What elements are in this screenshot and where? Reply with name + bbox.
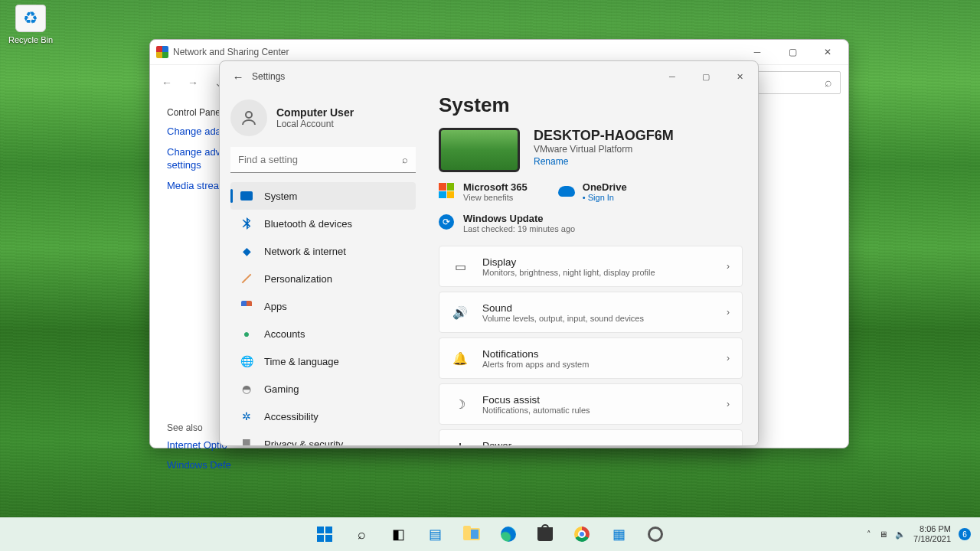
bluetooth-icon — [240, 217, 253, 230]
nav-gaming[interactable]: ◓ Gaming — [230, 375, 416, 403]
settings-back-button[interactable]: ← — [227, 66, 249, 87]
network-icon — [156, 46, 168, 58]
recycle-bin-label: Recycle Bin — [3, 35, 58, 44]
tray-network-icon[interactable]: 🖥 — [879, 530, 887, 539]
rename-link[interactable]: Rename — [534, 156, 674, 167]
search-icon: ⌕ — [402, 154, 408, 165]
sound-icon: 🔊 — [452, 305, 469, 320]
card-power[interactable]: ⏻ PowerSleep, battery usage, battery sav… — [439, 429, 743, 445]
gaming-icon: ◓ — [240, 382, 253, 396]
microsoft-365-tile[interactable]: Microsoft 365 View benefits — [439, 181, 528, 202]
file-explorer-button[interactable] — [456, 520, 487, 548]
accounts-icon: ● — [240, 327, 253, 341]
bell-icon: 🔔 — [452, 351, 469, 366]
chevron-right-icon: › — [727, 353, 730, 364]
nav-personalization[interactable]: Personalization — [230, 265, 416, 292]
nav-time-language[interactable]: 🌐 Time & language — [230, 347, 416, 375]
card-notifications[interactable]: 🔔 NotificationsAlerts from apps and syst… — [439, 337, 743, 379]
svg-point-0 — [246, 112, 252, 118]
shield-icon: ⛊ — [240, 437, 253, 445]
chrome-button[interactable] — [567, 520, 597, 548]
microsoft-logo-icon — [439, 183, 454, 198]
recycle-bin[interactable]: Recycle Bin — [3, 5, 58, 44]
nav-back-button[interactable]: ← — [158, 73, 176, 92]
chevron-right-icon: › — [727, 399, 730, 409]
taskbar-clock[interactable]: 8:06 PM 7/18/2021 — [913, 524, 951, 544]
tray-chevron-icon[interactable]: ˄ — [867, 530, 871, 540]
device-platform: VMware Virtual Platform — [534, 144, 674, 155]
settings-minimize-button[interactable]: ─ — [655, 64, 689, 90]
settings-window: ← Settings ─ ▢ ✕ Computer User Local Acc… — [219, 60, 759, 446]
search-icon: ⌕ — [825, 76, 832, 90]
nav-network[interactable]: ◆ Network & internet — [230, 237, 416, 265]
moon-icon: ☽ — [452, 397, 469, 412]
brush-icon — [240, 272, 253, 285]
accessibility-icon: ✲ — [240, 409, 253, 423]
settings-title: Settings — [252, 71, 285, 82]
find-setting-search[interactable]: ⌕ — [230, 147, 416, 173]
taskbar-search-button[interactable]: ⌕ — [346, 520, 377, 548]
start-button[interactable] — [309, 520, 340, 548]
taskbar-app-button[interactable]: ▦ — [603, 520, 634, 548]
chevron-right-icon: › — [727, 307, 730, 318]
power-icon: ⏻ — [452, 443, 469, 445]
edge-button[interactable] — [493, 520, 524, 548]
apps-icon — [240, 299, 253, 313]
card-display[interactable]: ▭ DisplayMonitors, brightness, night lig… — [439, 246, 743, 287]
device-thumbnail — [439, 128, 520, 172]
settings-sidebar: Computer User Local Account ⌕ System Blu… — [220, 92, 426, 445]
nav-accounts[interactable]: ● Accounts — [230, 320, 416, 347]
display-icon: ▭ — [452, 259, 469, 274]
device-name: DESKTOP-HAOGF6M — [534, 128, 674, 144]
user-name: Computer User — [276, 106, 354, 119]
windows-defender-link[interactable]: Windows Defe — [167, 459, 841, 472]
back-title: Network and Sharing Center — [173, 47, 289, 57]
page-title: System — [439, 93, 743, 117]
settings-close-button[interactable]: ✕ — [723, 64, 756, 90]
nav-forward-button[interactable]: → — [184, 73, 202, 92]
nav-bluetooth[interactable]: Bluetooth & devices — [230, 210, 416, 237]
onedrive-signin-link[interactable]: Sign In — [583, 193, 627, 202]
nav-apps[interactable]: Apps — [230, 292, 416, 320]
notification-badge[interactable]: 6 — [959, 528, 971, 540]
onedrive-tile[interactable]: OneDrive Sign In — [558, 181, 627, 202]
chevron-right-icon: › — [727, 445, 730, 445]
windows-update-tile[interactable]: ⟳ Windows Update Last checked: 19 minute… — [439, 213, 743, 233]
settings-taskbar-button[interactable] — [640, 520, 671, 548]
taskbar: ⌕ ◧ ▤ ▦ ˄ 🖥 🔈 8:06 PM 7/18/2021 6 — [0, 517, 980, 551]
wifi-icon: ◆ — [240, 244, 253, 258]
nav-privacy[interactable]: ⛊ Privacy & security — [230, 430, 416, 445]
back-maximize-button[interactable]: ▢ — [775, 40, 810, 64]
widgets-button[interactable]: ▤ — [420, 520, 450, 548]
user-subtitle: Local Account — [276, 119, 354, 129]
task-view-button[interactable]: ◧ — [383, 520, 413, 548]
avatar — [230, 99, 267, 136]
nav-system[interactable]: System — [230, 182, 416, 210]
settings-main: System DESKTOP-HAOGF6M VMware Virtual Pl… — [426, 92, 758, 445]
store-button[interactable] — [530, 520, 560, 548]
tray-volume-icon[interactable]: 🔈 — [895, 530, 906, 540]
user-account[interactable]: Computer User Local Account — [230, 99, 416, 136]
system-icon — [240, 191, 253, 201]
nav-accessibility[interactable]: ✲ Accessibility — [230, 403, 416, 430]
recycle-bin-icon — [15, 5, 46, 32]
windows-update-icon: ⟳ — [439, 214, 454, 230]
chevron-right-icon: › — [727, 261, 730, 272]
card-sound[interactable]: 🔊 SoundVolume levels, output, input, sou… — [439, 292, 743, 333]
card-focus-assist[interactable]: ☽ Focus assistNotifications, automatic r… — [439, 383, 743, 425]
settings-maximize-button[interactable]: ▢ — [689, 64, 723, 90]
back-close-button[interactable]: ✕ — [810, 40, 845, 64]
globe-icon: 🌐 — [240, 354, 253, 368]
onedrive-icon — [558, 186, 575, 197]
search-input[interactable] — [238, 154, 402, 165]
